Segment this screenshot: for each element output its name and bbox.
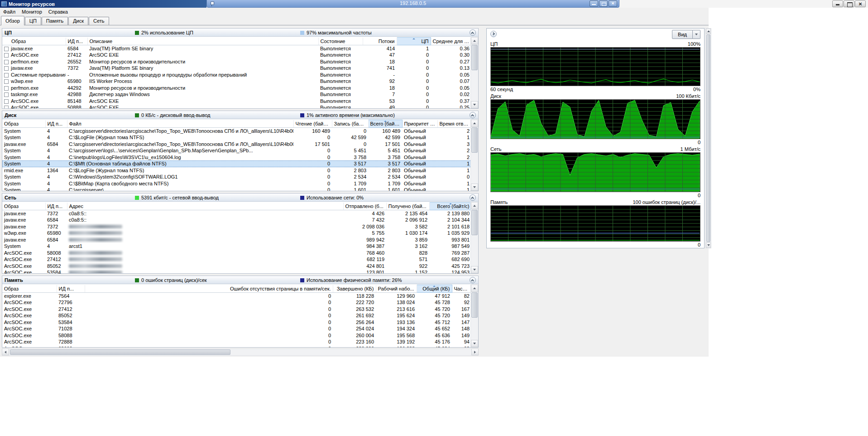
disk-panel-header[interactable]: Диск 0 КБ/с - дисковый ввод-вывод 1% акт… xyxy=(2,111,478,119)
disk-table-row[interactable]: rmid.exe 1364 C:\$LogFile (Журнал тома N… xyxy=(2,167,470,174)
disk-table-row[interactable]: javaw.exe 6584 C:\arcgisserver\directori… xyxy=(2,141,470,148)
scrollbar-thumb[interactable] xyxy=(471,210,478,235)
cpu-table-row[interactable]: w3wp.exe 65980 IIS Worker Process Выполн… xyxy=(2,78,470,85)
cpu-table-row[interactable]: Системные прерывания - Отложенные вызовы… xyxy=(2,72,470,78)
process-checkbox[interactable] xyxy=(4,73,9,78)
col-image[interactable]: Образ xyxy=(2,203,45,210)
disk-table-row[interactable]: System 4 C:\arcgisserver\logs\...\servic… xyxy=(2,147,470,154)
disk-collapse-button[interactable] xyxy=(470,112,476,118)
disk-table-row[interactable]: System 4 C:\$BitMap (Карта свободного ме… xyxy=(2,180,470,187)
app-title-bar[interactable]: Монитор ресурсов xyxy=(0,0,206,8)
window-maximize-button[interactable] xyxy=(844,0,854,7)
network-table-row[interactable]: ArcSOC.exe 27412 682 119 571 682 690 xyxy=(2,256,470,263)
network-table-row[interactable]: ArcSOC.exe 53584 123 801 1 152 124 953 xyxy=(2,269,470,273)
cpu-collapse-button[interactable] xyxy=(470,29,476,36)
col-io-priority[interactable]: Приоритет вв... xyxy=(402,120,437,128)
col-commit[interactable]: Завершено (КБ) xyxy=(333,285,376,293)
memory-table-row[interactable]: ArcSOC.exe 53584 0 256 264 193 136 45 71… xyxy=(2,319,470,326)
memory-table-row[interactable]: ArcSOC.exe 58088 0 260 004 195 568 45 63… xyxy=(2,332,470,339)
scroll-down-button[interactable] xyxy=(471,101,478,108)
process-checkbox[interactable] xyxy=(4,66,9,71)
tab-cpu[interactable]: ЦП xyxy=(25,17,41,25)
col-image[interactable]: Образ xyxy=(2,38,66,45)
memory-collapse-button[interactable] xyxy=(470,277,476,283)
window-minimize-button[interactable] xyxy=(832,0,843,7)
memory-vertical-scrollbar[interactable] xyxy=(470,285,478,347)
col-file[interactable]: Файл xyxy=(67,120,293,128)
disk-table-row[interactable]: System 4 C:\$LogFile (Журнал тома NTFS) … xyxy=(2,134,470,141)
col-threads[interactable]: Потоки xyxy=(363,38,397,45)
col-working-set[interactable]: Рабочий набо... xyxy=(376,285,417,293)
col-read[interactable]: Чтение (байт/с) xyxy=(293,120,332,128)
network-panel-header[interactable]: Сеть 5391 кбит/с - сетевой ввод-вывод Ис… xyxy=(2,194,478,202)
process-checkbox[interactable] xyxy=(4,47,9,51)
memory-table-row[interactable]: explorer.exe 7564 0 118 228 129 960 47 9… xyxy=(2,293,470,300)
disk-table-row[interactable]: System 4 C:\inetpub\logs\LogFiles\W3SVC1… xyxy=(2,154,470,161)
col-hard-faults[interactable]: Ошибок отсутствия страницы в памяти/сек. xyxy=(85,285,333,293)
scroll-down-button[interactable] xyxy=(471,340,478,347)
memory-table-row[interactable]: ArcSOC.exe 72796 0 222 720 138 024 45 72… xyxy=(2,299,470,306)
tab-network[interactable]: Сеть xyxy=(89,17,109,25)
memory-table-row[interactable]: ArcSOC.exe 85052 0 261 692 195 624 45 72… xyxy=(2,312,470,319)
cpu-table-row[interactable]: javaw.exe 7372 Java(TM) Platform SE bina… xyxy=(2,65,470,72)
cpu-table-row[interactable]: taskmgr.exe 42988 Диспетчер задач Window… xyxy=(2,91,470,98)
view-button-label[interactable]: Вид xyxy=(672,30,693,39)
memory-table-row[interactable]: ArcSOC.exe 27412 0 263 532 213 616 45 72… xyxy=(2,306,470,313)
col-response-time[interactable]: Время ответа (... xyxy=(437,120,470,128)
col-average-cpu[interactable]: Среднее для ЦП xyxy=(431,38,470,45)
network-collapse-button[interactable] xyxy=(470,194,476,201)
memory-panel-header[interactable]: Память 0 ошибок страниц (диск)/сек Испол… xyxy=(2,276,478,284)
scroll-up-button[interactable] xyxy=(471,120,478,127)
process-checkbox[interactable] xyxy=(4,86,9,91)
process-checkbox[interactable] xyxy=(4,53,9,58)
collapse-pane-button[interactable] xyxy=(490,31,497,37)
rdp-restore-button[interactable] xyxy=(599,0,608,7)
network-table-row[interactable]: w3wp.exe 65980 5 755 1 030 174 1 035 929 xyxy=(2,230,470,237)
scrollbar-thumb[interactable] xyxy=(471,292,478,318)
scrollbar-thumb[interactable] xyxy=(10,349,230,355)
cpu-panel-header[interactable]: ЦП 2% использование ЦП 97% максимальной … xyxy=(2,29,478,37)
disk-table-row[interactable]: System 4 C:\Windows\System32\config\SOFT… xyxy=(2,174,470,180)
scrollbar-thumb[interactable] xyxy=(471,45,478,70)
scroll-down-button[interactable] xyxy=(706,242,711,248)
cpu-table-row[interactable]: perfmon.exe 26552 Монитор ресурсов и про… xyxy=(2,58,470,65)
col-pid[interactable]: ИД п... xyxy=(66,38,87,45)
cpu-vertical-scrollbar[interactable] xyxy=(470,37,478,108)
network-table-row[interactable]: javaw.exe 6584 989 942 3 859 993 801 xyxy=(2,237,470,243)
scroll-up-button[interactable] xyxy=(471,202,478,209)
col-write[interactable]: Запись (байт/с) xyxy=(332,120,368,128)
process-checkbox[interactable] xyxy=(4,92,9,97)
scroll-right-button[interactable] xyxy=(471,349,479,355)
memory-table-row[interactable]: ArcSOC.exe 71028 0 254 024 194 324 45 65… xyxy=(2,325,470,332)
col-pid[interactable]: ИД п... xyxy=(45,120,67,128)
scroll-down-button[interactable] xyxy=(471,184,478,191)
col-sent[interactable]: Отправлено (б... xyxy=(343,203,386,210)
menu-help[interactable]: Справка xyxy=(45,9,71,15)
rdp-connection-bar[interactable]: 192.168.0.5 xyxy=(206,0,619,8)
scrollbar-thumb[interactable] xyxy=(471,127,478,153)
col-received[interactable]: Получено (бай... xyxy=(386,203,429,210)
rdp-close-button[interactable] xyxy=(609,0,617,7)
view-dropdown-arrow[interactable] xyxy=(693,30,700,39)
memory-table-row[interactable]: ArcSOC.exe 68660 0 223 800 126 288 45 02… xyxy=(2,345,470,348)
process-checkbox[interactable] xyxy=(4,79,9,84)
scroll-up-button[interactable] xyxy=(706,29,711,34)
col-pid[interactable]: ИД п... xyxy=(57,285,85,293)
col-image[interactable]: Образ xyxy=(2,285,57,293)
disk-table-row[interactable]: System 4 C:\arcgisserver\... 0 1 601 1 6… xyxy=(2,187,470,191)
menu-monitor[interactable]: Монитор xyxy=(19,9,45,15)
cpu-table-row[interactable]: ArcSOC.exe 50888 ArcSOC EXE Выполняется … xyxy=(2,104,470,108)
memory-table-row[interactable]: ArcSOC.exe 72888 0 223 160 139 192 45 17… xyxy=(2,339,470,345)
network-table-row[interactable]: javaw.exe 7372 c0a8:5:: 4 426 2 135 454 … xyxy=(2,210,470,217)
horizontal-scrollbar[interactable] xyxy=(2,349,479,356)
col-total[interactable]: Всего (байт/с) xyxy=(429,203,470,210)
col-pid[interactable]: ИД п... xyxy=(45,203,67,210)
col-description[interactable]: Описание xyxy=(87,38,318,45)
network-vertical-scrollbar[interactable] xyxy=(470,202,478,273)
col-cpu[interactable]: ЦП xyxy=(397,38,431,45)
network-table-row[interactable]: javaw.exe 7372 2 098 036 3 582 2 101 618 xyxy=(2,223,470,230)
scroll-up-button[interactable] xyxy=(471,37,478,44)
menu-file[interactable]: Файл xyxy=(0,9,19,15)
col-status[interactable]: Состояние xyxy=(318,38,363,45)
network-table-row[interactable]: ArcSOC.exe 85052 424 801 922 425 723 xyxy=(2,263,470,270)
